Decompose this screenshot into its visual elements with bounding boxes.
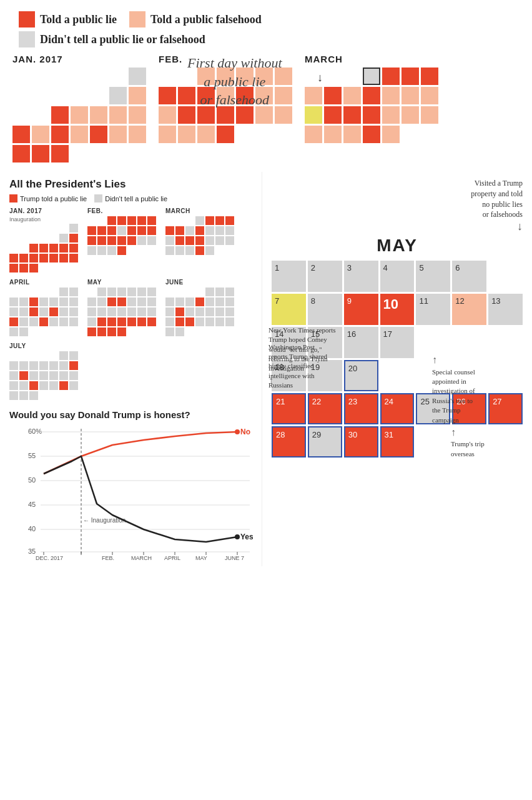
may-29: 29 xyxy=(308,426,342,458)
may-calendar-area: 1 2 3 4 5 6 7 8 9 10 11 12 13 14 15 16 1… xyxy=(272,261,523,458)
chart-title: Would you say Donald Trump is honest? xyxy=(9,409,252,420)
may-6: 6 xyxy=(452,261,486,292)
may-filler-1 xyxy=(380,360,415,391)
chart-section: Would you say Donald Trump is honest? 60… xyxy=(9,409,252,560)
small-legend-gray-label: Didn't tell a public lie xyxy=(105,195,167,202)
small-feb: FEB. xyxy=(87,208,156,272)
small-july-title: JULY xyxy=(9,342,26,349)
svg-text:MARCH: MARCH xyxy=(131,555,152,560)
small-calendars: JAN. 2017 Inauguration FEB. xyxy=(9,208,252,400)
trump-trip-annotation: ↑ Trump's tripoverseas xyxy=(451,426,526,459)
small-jan-grid xyxy=(9,224,78,272)
svg-point-14 xyxy=(235,429,240,434)
march-title: MARCH xyxy=(305,54,343,64)
svg-text:JUNE 7: JUNE 7 xyxy=(225,555,244,560)
may-10: 10 xyxy=(380,294,415,325)
small-legend: Trump told a public lie Didn't tell a pu… xyxy=(9,194,252,202)
may-31: 31 xyxy=(380,426,415,458)
visited-arrow: ↓ xyxy=(517,220,523,233)
first-day-note: First day withouta public lieor falsehoo… xyxy=(187,54,282,109)
svg-text:FEB.: FEB. xyxy=(102,555,114,560)
peach-swatch xyxy=(129,11,145,28)
special-counsel-annotation: ↑ Special counselappointed ininvestigati… xyxy=(432,353,526,425)
may-30: 30 xyxy=(344,426,378,458)
jan-title: JAN. 2017 xyxy=(12,54,63,64)
may-7: 7 xyxy=(272,294,306,325)
may-22: 22 xyxy=(308,393,342,424)
may-end1 xyxy=(416,426,450,458)
may-13: 13 xyxy=(488,294,523,325)
left-column: All the President's Lies Trump told a pu… xyxy=(0,172,262,566)
may-23: 23 xyxy=(344,393,378,424)
small-june-title: JUNE xyxy=(165,279,184,286)
may-empty-1 xyxy=(488,261,523,292)
may-4: 4 xyxy=(380,261,415,292)
may-9: 9 xyxy=(344,294,378,325)
march-grid xyxy=(305,68,438,143)
legend-label-red: Told a public lie xyxy=(40,13,117,26)
svg-text:40: 40 xyxy=(28,525,36,532)
may-17: 17 xyxy=(380,327,415,358)
gray-swatch xyxy=(19,31,35,48)
small-legend-red-label: Trump told a public lie xyxy=(20,195,87,202)
may-21: 21 xyxy=(272,393,306,424)
visited-note-block: Visited a Trumpproperty and toldno publi… xyxy=(272,178,523,233)
jan-calendar: JAN. 2017 xyxy=(12,54,146,162)
may-28: 28 xyxy=(272,426,306,458)
main-content: All the President's Lies Trump told a pu… xyxy=(0,172,532,566)
may-11: 11 xyxy=(416,294,450,325)
legend-item-gray: Didn't tell a public lie or falsehood xyxy=(19,31,513,48)
visited-note: Visited a Trumpproperty and toldno publi… xyxy=(471,178,523,220)
small-legend-gray: Didn't tell a public lie xyxy=(94,194,167,202)
legend-item-red: Told a public lie xyxy=(19,11,117,28)
may-title: MAY xyxy=(272,236,523,256)
svg-text:APRIL: APRIL xyxy=(164,555,180,560)
march-calendar: MARCH ↓ xyxy=(305,54,438,143)
legend-item-peach: Told a public falsehood xyxy=(129,11,262,28)
may-1: 1 xyxy=(272,261,306,292)
small-june: JUNE xyxy=(165,279,234,336)
feb-title: FEB. xyxy=(159,54,182,64)
svg-text:60%: 60% xyxy=(28,428,42,435)
legend-label-peach: Told a public falsehood xyxy=(150,13,262,26)
small-may-title: MAY xyxy=(87,279,102,286)
may-12: 12 xyxy=(452,294,486,325)
red-swatch xyxy=(19,11,35,28)
svg-text:Yes: Yes xyxy=(240,532,253,541)
small-march: MARCH xyxy=(165,208,234,272)
small-july: JULY xyxy=(9,342,78,400)
small-april-grid xyxy=(9,288,78,336)
chart-container: 60% 55 50 45 40 35 ← Inauguration xyxy=(9,422,253,560)
svg-point-16 xyxy=(235,534,240,539)
nyt-annotation: New York Times reportsTrump hoped Comeyw… xyxy=(268,326,384,388)
legend-label-gray: Didn't tell a public lie or falsehood xyxy=(40,33,205,46)
may-2: 2 xyxy=(308,261,342,292)
small-april: APRIL xyxy=(9,279,78,336)
small-may-grid xyxy=(87,288,156,336)
left-section-title: All the President's Lies xyxy=(9,178,252,191)
small-gray-swatch xyxy=(94,194,102,202)
right-column: Visited a Trumpproperty and toldno publi… xyxy=(262,172,532,566)
small-legend-red: Trump told a public lie xyxy=(9,194,87,202)
small-may: MAY xyxy=(87,279,156,336)
may-5: 5 xyxy=(416,261,450,292)
small-march-title: MARCH xyxy=(165,208,190,214)
small-jan-title: JAN. 2017 xyxy=(9,208,42,214)
svg-text:35: 35 xyxy=(28,548,36,555)
may-24: 24 xyxy=(380,393,415,424)
svg-text:DEC. 2017: DEC. 2017 xyxy=(36,555,63,560)
small-jan: JAN. 2017 Inauguration xyxy=(9,208,78,272)
chart-svg: 60% 55 50 45 40 35 ← Inauguration xyxy=(9,422,253,560)
may-8: 8 xyxy=(308,294,342,325)
small-april-title: APRIL xyxy=(9,279,30,286)
svg-text:MAY: MAY xyxy=(195,555,207,560)
svg-text:No: No xyxy=(240,428,250,436)
svg-text:55: 55 xyxy=(28,452,36,459)
small-red-swatch xyxy=(9,194,17,202)
inauguration-label: Inauguration xyxy=(9,216,41,222)
svg-text:45: 45 xyxy=(28,501,36,508)
small-feb-grid xyxy=(87,216,156,255)
jan-grid xyxy=(12,68,146,162)
svg-text:50: 50 xyxy=(28,476,36,484)
legend-section: Told a public lie Told a public falsehoo… xyxy=(0,0,532,54)
